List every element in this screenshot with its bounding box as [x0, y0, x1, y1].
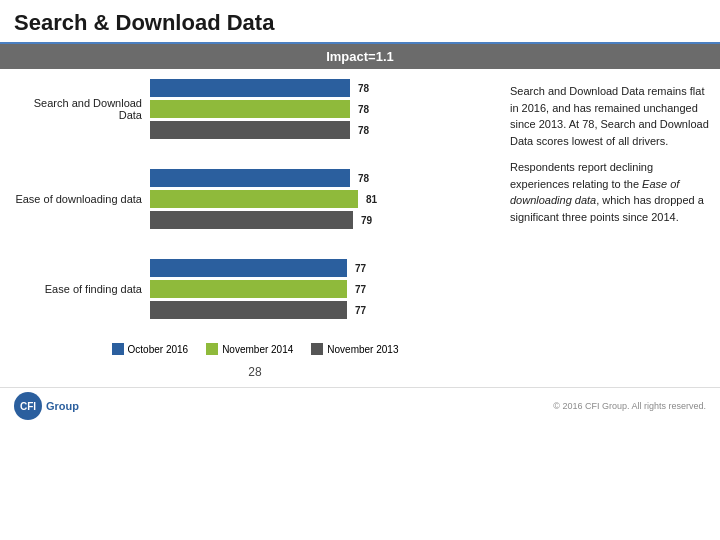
bar-value: 78 [358, 83, 369, 94]
chart-label-3: Ease of finding data [10, 283, 150, 295]
bar-row: 77 [150, 259, 500, 277]
bar-green-2 [150, 190, 358, 208]
chart-label-1: Search and Download Data [10, 97, 150, 121]
bar-value: 78 [358, 173, 369, 184]
bar-value: 77 [355, 284, 366, 295]
bar-row: 81 [150, 190, 500, 208]
chart-legend: October 2016 November 2014 November 2013 [10, 343, 500, 355]
right-panel: Search and Download Data remains flat in… [510, 79, 710, 379]
copyright-text: © 2016 CFI Group. All rights reserved. [553, 401, 706, 411]
bar-row: 77 [150, 301, 500, 319]
right-panel-paragraph2: Respondents report declining experiences… [510, 159, 710, 225]
legend-item-dark: November 2013 [311, 343, 398, 355]
legend-label-green: November 2014 [222, 344, 293, 355]
bar-dark-1 [150, 121, 350, 139]
cfi-group-text: Group [46, 400, 79, 412]
bar-row: 78 [150, 121, 500, 139]
legend-item-green: November 2014 [206, 343, 293, 355]
bar-dark-2 [150, 211, 353, 229]
chart-group-3: Ease of finding data 77 77 77 [10, 259, 500, 319]
cfi-logo-icon: CFI [14, 392, 42, 420]
bar-green-3 [150, 280, 347, 298]
bar-value: 77 [355, 263, 366, 274]
right-panel-paragraph1: Search and Download Data remains flat in… [510, 83, 710, 149]
cfi-logo: CFI Group [14, 392, 79, 420]
legend-label-dark: November 2013 [327, 344, 398, 355]
bar-row: 78 [150, 79, 500, 97]
legend-item-blue: October 2016 [112, 343, 189, 355]
right-panel-p2-text: Respondents report declining experiences… [510, 161, 704, 223]
bar-row: 77 [150, 280, 500, 298]
chart-area: Search and Download Data 78 78 78 Ease o… [10, 79, 500, 379]
legend-swatch-green [206, 343, 218, 355]
bar-value: 78 [358, 104, 369, 115]
bar-dark-3 [150, 301, 347, 319]
chart-group-1: Search and Download Data 78 78 78 [10, 79, 500, 139]
legend-swatch-dark [311, 343, 323, 355]
bar-value: 81 [366, 194, 377, 205]
legend-swatch-blue [112, 343, 124, 355]
bar-blue-2 [150, 169, 350, 187]
chart-label-2: Ease of downloading data [10, 193, 150, 205]
bar-row: 78 [150, 100, 500, 118]
page-number: 28 [10, 365, 500, 379]
bar-value: 78 [358, 125, 369, 136]
bar-row: 78 [150, 169, 500, 187]
bar-row: 79 [150, 211, 500, 229]
bar-value: 77 [355, 305, 366, 316]
page-title: Search & Download Data [0, 0, 720, 44]
bar-blue-3 [150, 259, 347, 277]
bar-green-1 [150, 100, 350, 118]
impact-header: Impact=1.1 [0, 44, 720, 69]
bar-value: 79 [361, 215, 372, 226]
footer: CFI Group © 2016 CFI Group. All rights r… [0, 387, 720, 424]
legend-label-blue: October 2016 [128, 344, 189, 355]
chart-group-2: Ease of downloading data 78 81 79 [10, 169, 500, 229]
bar-blue-1 [150, 79, 350, 97]
